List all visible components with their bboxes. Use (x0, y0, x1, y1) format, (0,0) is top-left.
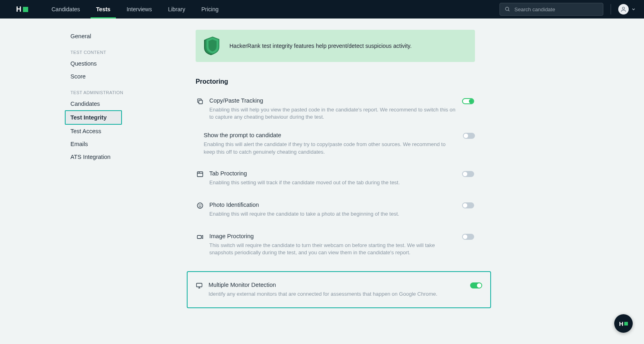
toggle-tab[interactable] (462, 171, 474, 177)
toggle-monitor[interactable] (470, 282, 482, 288)
setting-show-prompt: Show the prompt to candidate Enabling th… (204, 132, 475, 155)
setting-title: Tab Proctoring (209, 170, 456, 177)
nav-library[interactable]: Library (160, 0, 193, 19)
setting-copy-paste: Copy/Paste Tracking Enabling this will h… (196, 97, 475, 122)
toggle-copy-paste[interactable] (462, 98, 474, 104)
sidebar-test-integrity[interactable]: Test Integrity (65, 110, 122, 125)
setting-desc: Enabling this will alert the candidate i… (204, 141, 457, 155)
sidebar-questions[interactable]: Questions (70, 57, 125, 70)
svg-point-0 (506, 7, 509, 10)
help-fab[interactable]: H (614, 314, 633, 333)
setting-desc: This switch will require the candidate t… (209, 242, 456, 256)
divider (611, 4, 611, 14)
nav-candidates[interactable]: Candidates (43, 0, 88, 19)
sidebar-ats[interactable]: ATS Integration (70, 150, 125, 163)
svg-line-1 (508, 10, 510, 11)
toggle-image[interactable] (462, 234, 474, 240)
smile-icon (196, 202, 204, 209)
section-title: Proctoring (196, 78, 475, 85)
svg-rect-3 (199, 100, 202, 104)
logo[interactable]: H (16, 5, 28, 14)
setting-title: Copy/Paste Tracking (209, 97, 456, 104)
svg-point-8 (199, 205, 199, 205)
nav-interviews[interactable]: Interviews (118, 0, 160, 19)
svg-point-2 (622, 7, 624, 9)
search-input[interactable] (514, 6, 598, 12)
logo-letter: H (16, 5, 21, 14)
main-content: HackerRank test integrity features help … (125, 30, 499, 322)
search-icon (505, 6, 510, 12)
setting-title: Multiple Monitor Detection (208, 282, 464, 288)
user-menu[interactable] (618, 4, 636, 14)
sidebar-test-access[interactable]: Test Access (70, 125, 125, 138)
setting-title: Show the prompt to candidate (204, 132, 457, 138)
setting-title: Photo Identification (209, 202, 456, 208)
svg-rect-11 (196, 283, 202, 287)
setting-desc: Enabling this will help you view the pas… (209, 106, 456, 121)
setting-desc: Enabling this setting will track if the … (209, 179, 456, 186)
toggle-show-prompt[interactable] (463, 133, 475, 139)
setting-image-proctoring: Image Proctoring This switch will requir… (196, 232, 475, 257)
nav-pricing[interactable]: Pricing (193, 0, 227, 19)
top-nav: H Candidates Tests Interviews Library Pr… (0, 0, 644, 19)
toggle-photo[interactable] (462, 202, 474, 208)
sidebar-header-admin: TEST ADMINISTRATION (70, 90, 125, 95)
tab-icon (196, 171, 204, 178)
fab-logo-letter: H (619, 320, 623, 327)
svg-rect-10 (197, 235, 201, 239)
setting-desc: Identify any external monitors that are … (208, 290, 464, 298)
setting-multi-monitor: Multiple Monitor Detection Identify any … (187, 271, 491, 308)
setting-title: Image Proctoring (209, 233, 456, 239)
sidebar-general[interactable]: General (70, 30, 125, 43)
nav-tests[interactable]: Tests (88, 0, 119, 19)
sidebar-candidates[interactable]: Candidates (70, 97, 125, 110)
svg-point-7 (197, 203, 203, 208)
sidebar: General TEST CONTENT Questions Score TES… (0, 30, 125, 322)
setting-tab-proctoring: Tab Proctoring Enabling this setting wil… (196, 169, 475, 187)
copy-icon (196, 98, 204, 105)
setting-photo-id: Photo Identification Enabling this will … (196, 201, 475, 218)
info-banner: HackerRank test integrity features help … (196, 30, 475, 62)
setting-desc: Enabling this will require the candidate… (209, 210, 456, 218)
monitor-icon (196, 282, 203, 289)
sidebar-score[interactable]: Score (70, 70, 125, 83)
sidebar-emails[interactable]: Emails (70, 138, 125, 150)
avatar-icon (618, 4, 629, 14)
sidebar-header-content: TEST CONTENT (70, 50, 125, 55)
shield-icon (203, 35, 222, 56)
nav-links: Candidates Tests Interviews Library Pric… (43, 0, 227, 19)
banner-text: HackerRank test integrity features help … (229, 43, 412, 49)
chevron-down-icon (631, 7, 636, 12)
svg-point-9 (201, 205, 201, 205)
camera-icon (196, 233, 204, 241)
svg-rect-4 (197, 172, 203, 177)
fab-logo-square-icon (624, 322, 628, 325)
nav-right (500, 3, 636, 16)
search-box[interactable] (500, 3, 603, 16)
logo-square-icon (23, 7, 28, 12)
